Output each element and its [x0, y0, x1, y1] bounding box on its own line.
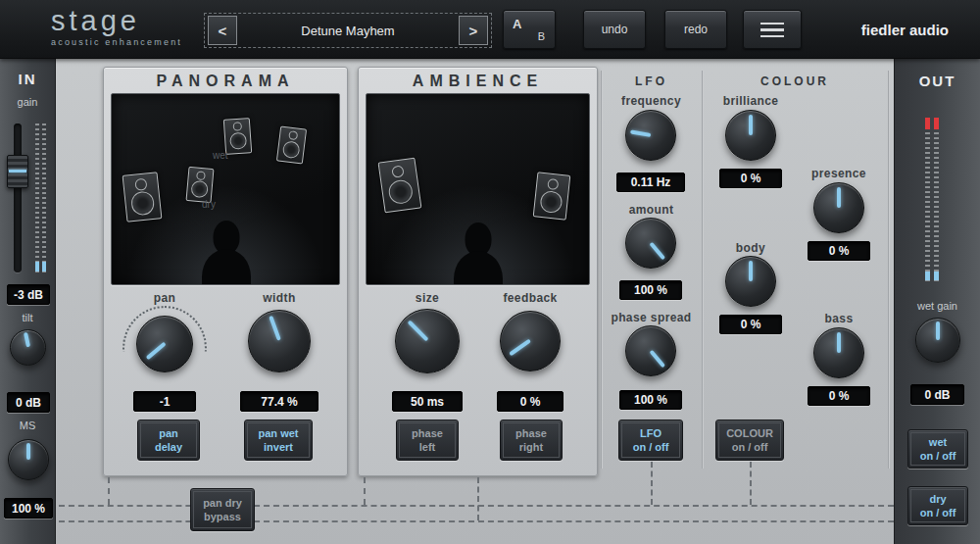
knob-pointer	[749, 261, 753, 281]
speaker-icon	[533, 172, 571, 220]
knob-pointer	[837, 187, 841, 208]
clip-indicator	[925, 118, 930, 129]
phase-spread-knob[interactable]	[625, 325, 676, 376]
gain-fader[interactable]	[7, 155, 28, 188]
phase-spread-label: phase spread	[601, 311, 702, 324]
input-meter-level	[35, 262, 39, 272]
size-knob[interactable]	[395, 309, 460, 373]
button-label: left	[419, 440, 436, 454]
output-meter-level	[934, 272, 939, 280]
gain-label: gain	[0, 96, 55, 108]
wet-gain-knob[interactable]	[915, 318, 960, 363]
lfo-title: LFO	[601, 74, 702, 88]
button-label: phase	[412, 426, 443, 440]
body-value: 0 %	[719, 315, 782, 334]
brand-name: fiedler audio	[861, 22, 949, 38]
size-value: 50 ms	[392, 391, 463, 412]
input-meter-left	[35, 124, 39, 272]
preset-name[interactable]: Detune Mayhem	[205, 24, 491, 38]
lfo-amount-knob[interactable]	[625, 218, 676, 269]
pan-delay-button[interactable]: pan delay	[137, 420, 200, 461]
ambience-display	[366, 93, 590, 285]
feedback-knob[interactable]	[500, 311, 561, 371]
button-label: pan dry	[203, 496, 242, 510]
button-label: pan	[159, 426, 178, 440]
preset-next-button[interactable]: >	[459, 16, 488, 45]
button-label: on / off	[732, 440, 768, 454]
button-label: bypass	[204, 510, 241, 523]
gain-value: -3 dB	[7, 284, 50, 305]
ambience-title: AMBIENCE	[358, 73, 598, 90]
button-label: delay	[155, 440, 182, 454]
knob-pointer	[269, 316, 281, 341]
ab-compare-button[interactable]: A B	[503, 10, 556, 49]
phase-left-button[interactable]: phase left	[396, 420, 459, 461]
presence-label: presence	[800, 167, 878, 180]
preset-prev-button[interactable]: <	[208, 16, 237, 45]
wet-gain-label: wet gain	[895, 300, 980, 312]
ab-a-label: A	[513, 17, 521, 31]
bass-knob[interactable]	[813, 327, 864, 378]
phase-spread-value: 100 %	[619, 390, 682, 410]
clip-indicator	[934, 118, 939, 129]
divider	[888, 71, 890, 469]
bass-value: 0 %	[808, 386, 870, 406]
pan-knob[interactable]	[136, 316, 193, 372]
undo-button[interactable]: undo	[583, 10, 646, 49]
signal-path-line	[750, 462, 752, 505]
lfo-frequency-knob[interactable]	[625, 110, 676, 161]
speaker-icon	[378, 158, 422, 214]
frequency-label: frequency	[601, 94, 702, 108]
width-knob[interactable]	[248, 310, 311, 372]
knob-pointer	[630, 129, 651, 137]
ms-label: MS	[0, 420, 55, 431]
lfo-onoff-button[interactable]: LFO on / off	[618, 420, 683, 461]
signal-path-line	[477, 477, 479, 520]
plugin-window: stage acoustic enhancement < Detune Mayh…	[0, 0, 980, 544]
knob-pointer	[146, 342, 167, 360]
button-label: LFO	[640, 426, 662, 440]
button-label: on / off	[633, 440, 669, 454]
preset-selector: < Detune Mayhem >	[204, 13, 492, 48]
wet-onoff-button[interactable]: wet on / off	[907, 429, 968, 469]
logo-text: stage	[51, 7, 182, 35]
body-knob[interactable]	[725, 256, 776, 307]
ab-b-label: B	[538, 30, 545, 42]
input-meter-right	[42, 124, 46, 272]
speaker-icon	[186, 167, 215, 203]
button-label: wet	[929, 435, 947, 449]
redo-button[interactable]: redo	[664, 10, 727, 49]
button-label: on / off	[920, 506, 956, 519]
dry-onoff-button[interactable]: dry on / off	[907, 486, 968, 525]
menu-button[interactable]	[743, 10, 802, 49]
button-label: dry	[929, 492, 946, 506]
pan-wet-invert-button[interactable]: pan wet invert	[244, 420, 313, 461]
button-label: on / off	[920, 449, 956, 463]
ms-knob[interactable]	[8, 439, 49, 480]
pan-label: pan	[125, 291, 204, 305]
brilliance-knob[interactable]	[725, 110, 776, 161]
knob-pointer	[837, 332, 841, 353]
speaker-icon	[276, 125, 307, 164]
presence-value: 0 %	[808, 241, 870, 261]
phase-right-button[interactable]: phase right	[500, 420, 563, 461]
brilliance-label: brilliance	[711, 94, 790, 108]
logo-tagline: acoustic enhancement	[51, 37, 182, 47]
gain-fader-track	[14, 124, 22, 272]
knob-pointer	[408, 321, 429, 342]
knob-pointer	[509, 339, 531, 357]
brilliance-value: 0 %	[719, 169, 782, 188]
divider	[702, 71, 704, 469]
input-meter-level	[42, 262, 46, 272]
button-label: COLOUR	[726, 426, 773, 440]
width-label: width	[240, 291, 318, 305]
button-label: pan wet	[259, 426, 299, 440]
tilt-knob[interactable]	[10, 329, 46, 366]
dry-screen-label: dry	[202, 199, 216, 210]
presence-knob[interactable]	[813, 182, 864, 233]
colour-onoff-button[interactable]: COLOUR on / off	[715, 420, 784, 461]
signal-path-line	[59, 520, 894, 522]
pan-dry-bypass-button[interactable]: pan dry bypass	[190, 488, 255, 531]
signal-path-line	[108, 477, 110, 505]
output-meter-right	[934, 118, 939, 282]
